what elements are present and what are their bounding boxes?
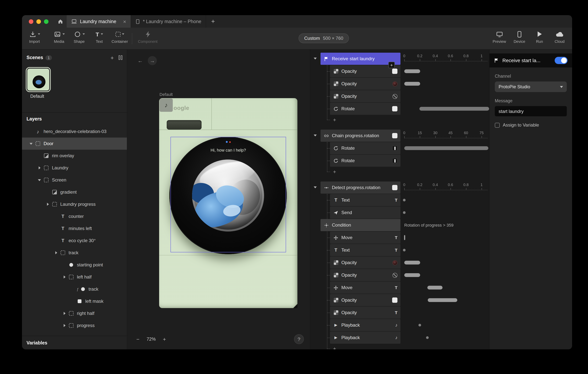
preview-tool[interactable]: Preview	[490, 30, 509, 43]
chevron-right-icon[interactable]	[38, 166, 40, 169]
device-tool[interactable]: Device	[510, 30, 529, 43]
layer-row-laundry[interactable]: Laundry	[22, 162, 127, 174]
response-rotate[interactable]: Rotate	[330, 103, 400, 115]
layer-row-minutes-left[interactable]: T minutes left	[22, 223, 127, 235]
tab-laundry-machine[interactable]: Laundry machine ×	[67, 15, 131, 28]
container-tool[interactable]: Container	[110, 30, 130, 43]
frame-resize-handle[interactable]	[293, 304, 297, 308]
layer-row-left-half[interactable]: left half	[22, 271, 127, 283]
forward-button[interactable]: →	[148, 56, 157, 65]
response-move[interactable]: Move T	[330, 282, 400, 294]
chevron-right-icon[interactable]	[63, 276, 65, 278]
add-response-quick-button[interactable]: +	[388, 62, 395, 68]
response-rotate[interactable]: Rotate	[330, 155, 400, 167]
home-button[interactable]	[54, 15, 67, 28]
scene-layout-icon[interactable]	[119, 55, 122, 60]
cloud-tool[interactable]: Cloud	[550, 30, 569, 43]
response-text[interactable]: T Text T	[330, 194, 400, 206]
channel-select[interactable]: ProtoPie Studio	[495, 82, 567, 92]
response-opacity[interactable]: Opacity	[330, 269, 400, 281]
canvas-size-selector[interactable]: Custom 500 × 760	[299, 33, 349, 43]
response-move[interactable]: Move T	[330, 232, 400, 244]
response-text[interactable]: T Text T	[330, 244, 400, 256]
canvas[interactable]: ← → Default oogle	[127, 50, 310, 349]
response-opacity[interactable]: Opacity	[330, 256, 400, 269]
add-response-button[interactable]: +	[330, 167, 400, 176]
timeline-bar[interactable]	[420, 107, 489, 111]
chevron-right-icon[interactable]	[63, 312, 65, 315]
timeline-dot[interactable]	[426, 336, 429, 339]
audio-layer-badge[interactable]: ♪	[159, 98, 173, 112]
timeline-bar[interactable]	[404, 273, 420, 277]
timeline-keyframe[interactable]	[404, 235, 405, 240]
timeline-bar[interactable]	[404, 261, 420, 265]
tab-laundry-machine-phone[interactable]: * Laundry machine – Phone	[131, 15, 206, 28]
timeline-bar[interactable]	[428, 298, 457, 302]
layer-row-left-mask[interactable]: left mask	[22, 295, 127, 307]
scene-canvas-label[interactable]: Default	[159, 92, 173, 97]
zoom-in-button[interactable]: +	[160, 335, 169, 343]
help-button[interactable]: ?	[294, 334, 304, 344]
minimize-window-button[interactable]	[36, 19, 41, 24]
layer-row-eco-cycle[interactable]: T eco cycle 30°	[22, 235, 127, 247]
new-tab-button[interactable]: +	[206, 15, 220, 28]
layer-row-laundry-progress[interactable]: Laundry progress	[22, 198, 127, 210]
scene-thumbnail-default[interactable]	[26, 67, 51, 92]
timeline-bar[interactable]	[427, 286, 442, 289]
chevron-right-icon[interactable]	[55, 251, 57, 254]
timeline-dot[interactable]	[403, 249, 406, 251]
layer-row-track[interactable]: track	[22, 247, 127, 259]
chevron-down-icon[interactable]	[38, 179, 41, 181]
add-response-button[interactable]: +	[330, 115, 400, 124]
maximize-window-button[interactable]	[44, 19, 49, 24]
layer-row-rim-overlay[interactable]: rim overlay	[22, 150, 127, 162]
layer-row-hero[interactable]: ♪ hero_decorative-celebration-03	[22, 125, 127, 138]
shape-tool[interactable]: Shape	[69, 30, 89, 43]
layer-row-right-half[interactable]: right half	[22, 307, 127, 320]
layer-row-counter[interactable]: T counter	[22, 210, 127, 223]
close-window-button[interactable]	[29, 19, 33, 24]
chevron-right-icon[interactable]	[47, 203, 49, 206]
chevron-down-icon[interactable]	[30, 143, 32, 145]
media-tool[interactable]: Media	[49, 30, 69, 43]
layer-row-screen[interactable]: Screen	[22, 174, 127, 186]
response-opacity[interactable]: Opacity T	[330, 307, 400, 319]
chevron-right-icon[interactable]	[63, 324, 65, 327]
assign-variable-checkbox[interactable]	[495, 123, 500, 128]
close-tab-icon[interactable]: ×	[123, 19, 126, 24]
response-opacity[interactable]: Opacity	[330, 90, 400, 102]
text-tool[interactable]: T Text	[89, 30, 109, 43]
layer-row-progress[interactable]: progress	[22, 320, 127, 331]
timeline-bar[interactable]	[404, 146, 488, 150]
response-send[interactable]: Send	[330, 206, 400, 219]
message-input[interactable]: start laundry	[495, 106, 567, 116]
layer-row-gradient[interactable]: gradient	[22, 186, 127, 198]
back-button[interactable]: ←	[136, 56, 145, 65]
selection-rectangle[interactable]	[170, 137, 286, 252]
layer-row-track-inner[interactable]: ƒ track	[22, 283, 127, 295]
response-opacity[interactable]: Opacity	[330, 294, 400, 306]
timeline-dot[interactable]	[403, 199, 406, 201]
response-opacity[interactable]: Opacity	[330, 78, 400, 90]
response-condition[interactable]: Condition	[321, 219, 400, 231]
run-tool[interactable]: Run	[530, 30, 549, 43]
trigger-chain-progress-rotation[interactable]: Chain progress.rotation	[321, 129, 400, 142]
variables-section[interactable]: Variables	[22, 336, 127, 349]
component-tool[interactable]: Component	[138, 30, 158, 43]
response-playback[interactable]: ▶ Playback ♪	[330, 319, 400, 331]
response-rotate[interactable]: Rotate	[330, 142, 400, 154]
add-scene-button[interactable]: +	[108, 54, 116, 61]
trigger-enabled-toggle[interactable]	[555, 57, 567, 64]
layer-row-door[interactable]: Door	[22, 138, 127, 150]
zoom-level[interactable]: 72%	[144, 336, 158, 342]
timeline-bar[interactable]	[404, 82, 420, 86]
timeline-bar[interactable]	[404, 69, 420, 73]
response-playback[interactable]: ▶ Playback ♪	[330, 331, 400, 344]
timeline-dot[interactable]	[403, 211, 406, 214]
timeline-dot[interactable]	[419, 324, 421, 326]
trigger-detect-progress-rotation[interactable]: Detect progress.rotation	[321, 182, 400, 194]
layer-row-starting-point[interactable]: starting point	[22, 259, 127, 271]
import-tool[interactable]: Import	[25, 30, 44, 43]
zoom-out-button[interactable]: −	[133, 335, 142, 343]
add-response-button[interactable]: +	[330, 344, 400, 349]
